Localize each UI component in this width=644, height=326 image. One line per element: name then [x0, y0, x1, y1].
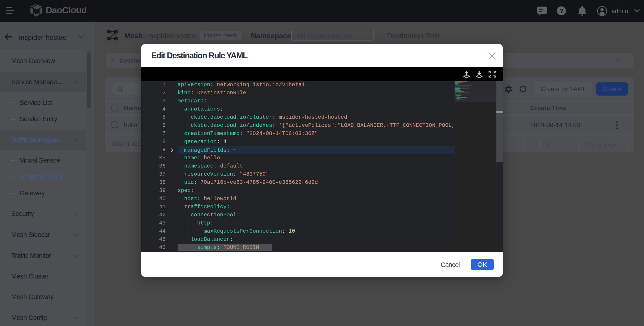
svg-text:?: ? — [560, 8, 564, 15]
